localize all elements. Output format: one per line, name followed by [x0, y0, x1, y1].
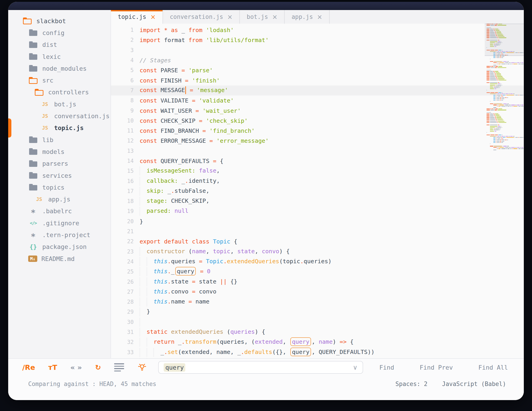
line-number: 20	[111, 218, 134, 225]
line-number: 4	[111, 57, 134, 63]
tree-item-lib[interactable]: lib	[8, 134, 111, 146]
code-line-25[interactable]: 25this._query = 0	[111, 267, 524, 277]
close-icon[interactable]: ×	[227, 13, 233, 21]
code-editor[interactable]: 1import * as _ from 'lodash'2import form…	[111, 24, 524, 358]
tree-item-slackbot[interactable]: slackbot	[8, 15, 111, 27]
tree-item-node_modules[interactable]: node_modules	[8, 63, 111, 74]
code-line-33[interactable]: 33_.set(extended, name, _.defaults({}, q…	[111, 347, 524, 357]
code-line-32[interactable]: 32return _.transform(queries, (extended,…	[111, 337, 524, 347]
tree-item-label: config	[42, 29, 65, 36]
tree-item-README.md[interactable]: M↓README.md	[8, 253, 111, 265]
code-line-27[interactable]: 27this.convo = convo	[111, 287, 524, 297]
tree-item-bot.js[interactable]: JSbot.js	[8, 98, 111, 110]
close-icon[interactable]: ×	[150, 13, 155, 21]
code-line-20[interactable]: 20}	[111, 216, 524, 226]
tab-label: topic.js	[118, 13, 146, 20]
line-number: 23	[111, 249, 134, 255]
tab-label: conversation.js	[170, 13, 223, 20]
code-line-12[interactable]: 12const ERROR_MESSAGE = 'error_message'	[111, 136, 524, 146]
wrap-around-icon[interactable]: ↻	[95, 363, 101, 372]
close-icon[interactable]: ×	[317, 13, 322, 21]
editor-pane: topic.js×conversation.js×bot.js×app.js× …	[111, 10, 524, 358]
tab-bot.js[interactable]: bot.js×	[240, 10, 285, 24]
tab-topic.js[interactable]: topic.js×	[111, 10, 163, 24]
code-line-26[interactable]: 26this.state = state || {}	[111, 277, 524, 287]
tree-item-config[interactable]: config	[8, 27, 111, 39]
chevron-down-icon[interactable]: ∨	[353, 364, 358, 371]
code-line-7[interactable]: 7const MESSAGE = 'message'	[111, 86, 524, 96]
code-line-15[interactable]: 15isMessageSent: false,	[111, 166, 524, 176]
app-window: slackbotconfigdistlexicnode_modulessrcco…	[8, 2, 524, 400]
case-sensitive-icon[interactable]: тT	[48, 363, 57, 372]
line-number: 17	[111, 188, 134, 194]
tree-item-services[interactable]: services	[8, 170, 111, 182]
minimap[interactable]	[485, 24, 524, 153]
code-line-30[interactable]: 30	[111, 317, 524, 327]
file-tree: slackbotconfigdistlexicnode_modulessrcco…	[8, 10, 111, 358]
tree-item-lexic[interactable]: lexic	[8, 51, 111, 63]
tab-conversation.js[interactable]: conversation.js×	[163, 10, 240, 24]
highlight-all-icon[interactable]	[137, 363, 147, 372]
tree-item-controllers[interactable]: controllers	[8, 86, 111, 98]
folder-icon	[28, 148, 38, 155]
close-icon[interactable]: ×	[272, 13, 277, 21]
code-line-14[interactable]: 14const QUERY_DEFAULTS = {	[111, 156, 524, 166]
code-line-4[interactable]: 4// Stages	[111, 55, 524, 65]
code-line-9[interactable]: 9const WAIT_USER = 'wait_user'	[111, 105, 524, 115]
code-line-2[interactable]: 2import format from 'lib/utils/format'	[111, 35, 524, 45]
find-button[interactable]: Find	[380, 364, 394, 371]
code-line-22[interactable]: 22export default class Topic {	[111, 236, 524, 246]
tree-item-.babelrc[interactable]: ∗.babelrc	[8, 205, 111, 217]
tree-item-models[interactable]: models	[8, 146, 111, 158]
code-line-19[interactable]: 19parsed: null	[111, 206, 524, 216]
tree-item-conversation.js[interactable]: JSconversation.js	[8, 110, 111, 122]
code-line-8[interactable]: 8const VALIDATE = 'validate'	[111, 96, 524, 105]
line-number: 3	[111, 47, 134, 53]
tree-item-topics[interactable]: topics	[8, 182, 111, 193]
tree-item-.gitignore[interactable]: </>.gitignore	[8, 217, 111, 229]
find-all-button[interactable]: Find All	[478, 364, 508, 371]
code-line-1[interactable]: 1import * as _ from 'lodash'	[111, 25, 524, 35]
tree-item-.tern-project[interactable]: ∗.tern-project	[8, 229, 111, 241]
search-match-highlight: query	[175, 267, 196, 276]
search-match-highlight: query	[290, 337, 311, 346]
code-line-17[interactable]: 17skip: _.stubFalse,	[111, 186, 524, 196]
minimap-viewport[interactable]	[485, 24, 524, 56]
tree-item-package.json[interactable]: {}package.json	[8, 241, 111, 253]
code-line-24[interactable]: 24this.queries = Topic.extendedQueries(t…	[111, 257, 524, 267]
code-line-28[interactable]: 28this.name = name	[111, 297, 524, 307]
regex-icon[interactable]: /Re	[22, 363, 35, 372]
indent-setting[interactable]: Spaces: 2	[395, 381, 428, 387]
code-line-34[interactable]: 34}, {})	[111, 357, 524, 358]
tree-item-label: controllers	[48, 89, 89, 96]
line-number: 31	[111, 329, 134, 335]
line-number: 15	[111, 168, 134, 174]
code-line-5[interactable]: 5const PARSE = 'parse'	[111, 65, 524, 75]
find-bar: /ReтT« »↻ query ∨ Find Find Prev Find Al…	[8, 358, 524, 376]
find-prev-button[interactable]: Find Prev	[420, 364, 453, 371]
grammar-selector[interactable]: JavaScript (Babel)	[442, 381, 506, 387]
code-line-18[interactable]: 18stage: CHECK_SKIP,	[111, 196, 524, 206]
code-line-3[interactable]: 3	[111, 45, 524, 55]
selection-only-icon[interactable]	[114, 363, 124, 372]
tree-item-dist[interactable]: dist	[8, 39, 111, 51]
whole-word-icon[interactable]: « »	[70, 363, 82, 372]
line-number: 2	[111, 37, 134, 43]
code-line-16[interactable]: 16callback: _.identity,	[111, 176, 524, 186]
code-line-11[interactable]: 11const FIND_BRANCH = 'find_branch'	[111, 126, 524, 136]
tab-app.js[interactable]: app.js×	[285, 10, 329, 24]
find-input[interactable]: query ∨	[158, 361, 363, 374]
tree-item-app.js[interactable]: JSapp.js	[8, 193, 111, 205]
code-line-10[interactable]: 10const CHECK_SKIP = 'check_skip'	[111, 116, 524, 126]
code-line-31[interactable]: 31static extendedQueries (queries) {	[111, 327, 524, 337]
tree-item-src[interactable]: src	[8, 74, 111, 86]
code-line-21[interactable]: 21	[111, 226, 524, 236]
code-line-29[interactable]: 29}	[111, 307, 524, 317]
folder-icon	[28, 136, 38, 143]
code-line-13[interactable]: 13	[111, 146, 524, 156]
code-line-6[interactable]: 6const FINISH = 'finish'	[111, 75, 524, 85]
tree-item-parsers[interactable]: parsers	[8, 158, 111, 170]
tree-item-topic.js[interactable]: JStopic.js	[8, 122, 111, 134]
javascript-file-icon: JS	[40, 113, 50, 119]
code-line-23[interactable]: 23constructor (name, topic, state, convo…	[111, 247, 524, 257]
